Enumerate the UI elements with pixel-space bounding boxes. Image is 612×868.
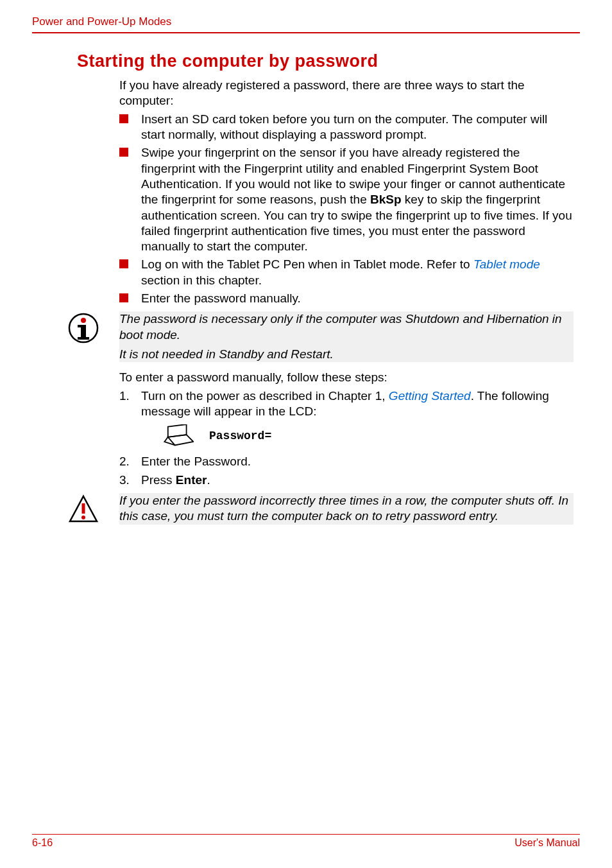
- laptop-icon: [163, 424, 194, 447]
- key-name: Enter: [176, 473, 207, 487]
- warning-icon: [68, 494, 99, 525]
- key-name: BkSp: [370, 193, 402, 206]
- password-prompt: Password=: [209, 429, 271, 444]
- svg-point-1: [81, 318, 86, 323]
- svg-point-6: [81, 516, 85, 519]
- info-icon: [68, 313, 99, 343]
- manual-intro: To enter a password manually, follow the…: [119, 370, 574, 385]
- info-callout: The password is necessary only if the co…: [119, 311, 574, 362]
- manual-label: User's Manual: [514, 837, 580, 849]
- list-text: Insert an SD card token before you turn …: [141, 112, 547, 141]
- list-text-post: section in this chapter.: [141, 273, 262, 287]
- warning-callout: If you enter the password incorrectly th…: [119, 493, 574, 525]
- page-footer: 6-16 User's Manual: [32, 834, 580, 849]
- list-text: Enter the password manually.: [141, 291, 301, 305]
- intro-paragraph: If you have already registered a passwor…: [119, 78, 574, 109]
- step-text-pre: Turn on the power as described in Chapte…: [141, 389, 389, 403]
- getting-started-link[interactable]: Getting Started: [389, 389, 471, 403]
- step-item: Enter the Password.: [119, 454, 574, 469]
- section-heading: Starting the computer by password: [77, 51, 580, 71]
- step-text-post: .: [207, 473, 210, 487]
- info-text-1: The password is necessary only if the co…: [119, 311, 574, 343]
- steps-list: Turn on the power as described in Chapte…: [119, 388, 574, 488]
- options-list: Insert an SD card token before you turn …: [119, 112, 574, 307]
- step-item: Press Enter.: [119, 473, 574, 488]
- header-divider: [32, 32, 580, 33]
- info-text-2: It is not needed in Standby and Restart.: [119, 347, 574, 362]
- footer-divider: [32, 834, 580, 835]
- svg-rect-5: [82, 503, 85, 514]
- list-item: Swipe your fingerprint on the sensor if …: [119, 145, 574, 254]
- svg-rect-4: [78, 337, 89, 340]
- list-item: Log on with the Tablet PC Pen when in Ta…: [119, 257, 574, 288]
- prompt-row: Password=: [163, 424, 574, 447]
- list-text-pre: Log on with the Tablet PC Pen when in Ta…: [141, 257, 473, 271]
- svg-rect-3: [78, 325, 86, 327]
- tablet-mode-link[interactable]: Tablet mode: [473, 257, 540, 271]
- step-text: Enter the Password.: [141, 455, 251, 468]
- running-header: Power and Power-Up Modes: [32, 15, 580, 32]
- warning-text: If you enter the password incorrectly th…: [119, 493, 574, 525]
- step-item: Turn on the power as described in Chapte…: [119, 388, 574, 448]
- step-text-pre: Press: [141, 473, 176, 487]
- page-number: 6-16: [32, 837, 53, 849]
- list-item: Insert an SD card token before you turn …: [119, 112, 574, 143]
- list-item: Enter the password manually.: [119, 291, 574, 306]
